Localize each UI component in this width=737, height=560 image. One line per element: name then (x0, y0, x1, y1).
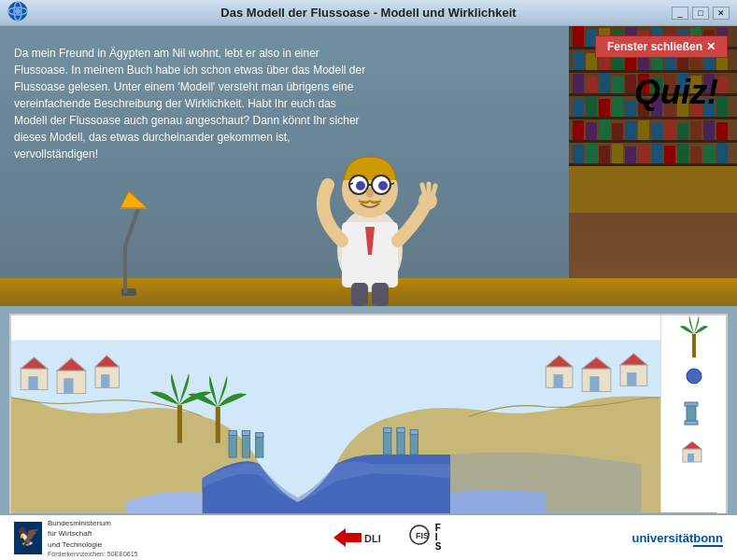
svg-line-22 (422, 185, 424, 192)
svg-point-20 (366, 189, 374, 198)
minimize-button[interactable]: _ (672, 7, 688, 20)
title-bar: Das Modell der Flussoase - Modell und Wi… (0, 0, 737, 26)
svg-rect-62 (687, 404, 696, 423)
app-icon (7, 1, 28, 25)
svg-rect-59 (410, 429, 418, 434)
drag-water-item[interactable] (680, 362, 708, 390)
svg-rect-42 (589, 376, 599, 391)
svg-rect-64 (685, 421, 698, 425)
drag-palm-tree[interactable] (680, 325, 708, 353)
svg-rect-56 (397, 430, 404, 455)
svg-rect-51 (242, 430, 249, 435)
svg-point-15 (356, 181, 365, 190)
window-title: Das Modell der Flussoase - Modell und Wi… (220, 6, 516, 20)
svg-point-3 (15, 8, 21, 14)
fis-logo-icon: FIS (408, 524, 432, 552)
svg-text:DLR: DLR (364, 533, 380, 544)
svg-rect-52 (256, 436, 263, 458)
main-container: Fenster schließen ✕ Quiz! Da mein Freund… (0, 26, 737, 560)
close-button[interactable]: Fenster schließen ✕ (595, 35, 728, 58)
svg-rect-67 (687, 454, 694, 462)
svg-rect-30 (28, 376, 37, 389)
description-text-box: Da mein Freund in Ägypten am Nil wohnt, … (9, 40, 374, 167)
svg-rect-47 (216, 407, 220, 443)
fis-logo: FIS F I S (408, 524, 442, 552)
svg-point-61 (687, 369, 702, 384)
svg-rect-36 (101, 374, 109, 387)
drag-column-item[interactable] (680, 399, 708, 427)
dlr-logo: DLR (329, 524, 380, 552)
ministry-name: Bundesministerium für Wirtschaft und Tec… (48, 518, 138, 550)
svg-rect-45 (627, 372, 636, 385)
footer-left: 🦅 Bundesministerium für Wirtschaft und T… (14, 518, 138, 557)
footer-right: universitätbonn (631, 530, 723, 545)
svg-line-6 (125, 209, 138, 246)
quiz-label: Quiz! (634, 73, 718, 112)
svg-rect-46 (177, 405, 182, 443)
svg-rect-54 (384, 430, 391, 455)
window-controls[interactable]: _ □ ✕ (672, 7, 730, 20)
ministry-logo-icon: 🦅 (14, 522, 42, 554)
bookshelf-background (569, 26, 737, 306)
drag-house-item[interactable] (680, 437, 708, 465)
svg-point-16 (378, 181, 388, 190)
svg-rect-33 (64, 378, 73, 393)
svg-marker-66 (683, 441, 702, 449)
close-icon: ✕ (706, 40, 716, 53)
top-section: Fenster schließen ✕ Quiz! Da mein Freund… (0, 26, 737, 306)
svg-text:🦅: 🦅 (17, 525, 40, 547)
close-window-button[interactable]: ✕ (713, 7, 730, 20)
svg-rect-60 (692, 334, 696, 357)
svg-rect-49 (229, 430, 236, 435)
close-button-label: Fenster schließen (607, 40, 702, 53)
unibonn-logo: universitätbonn (631, 531, 723, 547)
footer: 🦅 Bundesministerium für Wirtschaft und T… (0, 513, 737, 560)
svg-line-24 (433, 186, 435, 193)
svg-rect-39 (554, 374, 563, 387)
svg-rect-63 (685, 402, 698, 406)
svg-rect-48 (229, 434, 236, 458)
fis-label-s: S (435, 542, 442, 552)
foerderkennzeichen: Förderkennzeichen: 50EE0615 (48, 551, 138, 557)
svg-text:FIS: FIS (416, 531, 429, 540)
svg-rect-26 (372, 283, 389, 306)
dlr-logo-icon: DLR (329, 524, 380, 552)
svg-marker-71 (333, 528, 361, 547)
svg-rect-50 (242, 434, 249, 458)
description-paragraph: Da mein Freund in Ägypten am Nil wohnt, … (14, 45, 369, 162)
svg-rect-25 (351, 283, 368, 306)
floor-bg (569, 166, 737, 213)
svg-rect-55 (384, 427, 391, 432)
svg-rect-57 (397, 427, 404, 432)
footer-center: DLR FIS F I S (329, 524, 442, 552)
lamp (110, 153, 148, 306)
svg-rect-53 (256, 432, 263, 437)
svg-rect-5 (123, 246, 127, 293)
maximize-button[interactable]: □ (692, 7, 709, 20)
svg-rect-58 (410, 432, 418, 455)
